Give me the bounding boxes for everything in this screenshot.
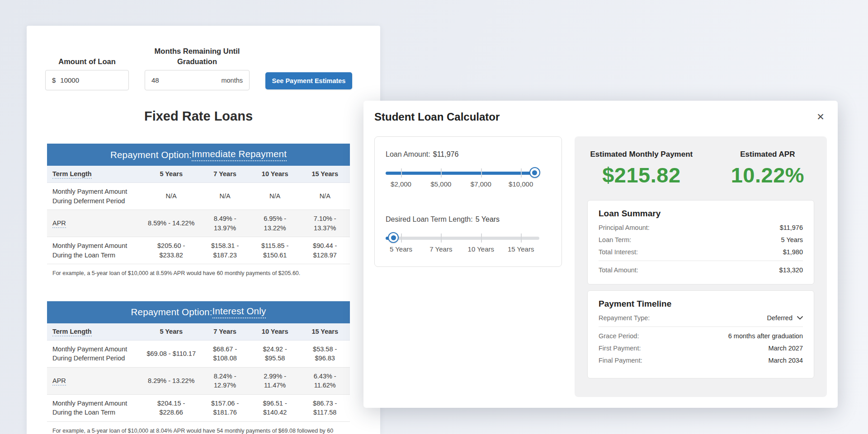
table-column-header-row: Term Length5 Years7 Years10 Years15 Year…: [47, 166, 350, 183]
loan-amount-slider[interactable]: [386, 168, 539, 178]
repayment-type-row: Repayment Type: Deferred: [599, 314, 803, 322]
value-cell: N/A: [300, 188, 350, 204]
value-cell: $24.92 - $95.58: [250, 341, 300, 367]
value-cell: $115.85 - $150.61: [250, 238, 300, 263]
value-cell: $90.44 - $128.97: [300, 238, 350, 263]
column-header: 10 Years: [250, 166, 300, 182]
results-summary: Estimated Monthly Payment $215.82 Estima…: [575, 136, 827, 187]
column-header-term-length: Term Length: [47, 166, 142, 182]
loan-amount-value: 10000: [60, 76, 79, 84]
repayment-type-value: Deferred: [767, 314, 793, 322]
repayment-table: Repayment Option: Interest OnlyTerm Leng…: [47, 301, 350, 434]
value-cell: N/A: [200, 188, 250, 204]
slider-track[interactable]: [386, 172, 539, 175]
detail-value: $1,980: [783, 248, 803, 256]
sliders-card: Loan Amount:$11,976 $2,000$5,000$7,000$1…: [374, 136, 562, 267]
value-cell: 2.99% - 11.47%: [250, 368, 300, 394]
months-remaining-label: Months Remaining Until Graduation: [145, 42, 250, 70]
value-cell: $69.08 - $110.17: [142, 345, 200, 362]
table-footnote: For example, a 5-year loan of $10,000 at…: [47, 270, 350, 278]
table-row: Monthly Payment Amount During Deferment …: [47, 341, 350, 368]
estimated-monthly-payment-value: $215.82: [575, 163, 708, 187]
detail-value: $11,976: [780, 224, 803, 231]
detail-row: Grace Period:6 months after graduation: [599, 332, 803, 340]
page-background: Amount of Loan $ 10000 Months Remaining …: [0, 0, 868, 434]
slider-track[interactable]: [386, 237, 539, 240]
slider-tickmark: [521, 233, 522, 243]
slider-handle[interactable]: [388, 232, 399, 243]
value-cell: $53.58 - $96.83: [300, 341, 350, 367]
repayment-title-prefix: Repayment Option:: [131, 307, 212, 317]
slider-tick-label: $2,000: [391, 180, 411, 188]
detail-row: Loan Term:5 Years: [599, 236, 803, 243]
slider-tickmark: [481, 168, 482, 177]
slider-tick-label: 7 Years: [429, 245, 452, 253]
detail-label: Grace Period:: [599, 332, 639, 340]
chevron-down-icon: [797, 316, 803, 320]
repayment-title-term[interactable]: Interest Only: [212, 306, 266, 318]
value-cell: $158.31 - $187.23: [200, 238, 250, 263]
months-remaining-input[interactable]: 48 months: [145, 70, 250, 90]
table-row: Monthly Payment Amount During the Loan T…: [47, 395, 350, 422]
value-cell: N/A: [250, 188, 300, 204]
detail-row: Principal Amount:$11,976: [599, 224, 803, 231]
detail-row: First Payment:March 2027: [599, 345, 803, 352]
value-cell: 8.29% - 13.22%: [142, 373, 200, 389]
term-length-label[interactable]: Term Length: [52, 328, 92, 336]
slider-fill: [386, 172, 539, 175]
value-cell: 8.24% - 12.97%: [200, 368, 250, 394]
detail-value: 6 months after graduation: [728, 332, 803, 340]
value-cell: $205.60 - $233.82: [142, 238, 200, 263]
row-label-cell: APR: [47, 373, 142, 389]
apr-label[interactable]: APR: [52, 219, 66, 228]
slider-handle[interactable]: [529, 167, 540, 178]
rate-tables-container: Repayment Option: Immediate RepaymentTer…: [47, 144, 350, 434]
payment-timeline-title: Payment Timeline: [599, 299, 803, 309]
divider: [599, 327, 803, 327]
loan-term-slider-ticks: 5 Years7 Years10 Years15 Years: [386, 245, 539, 254]
slider-tick-label: 15 Years: [508, 245, 534, 253]
see-payment-estimates-button[interactable]: See Payment Estimates: [265, 72, 352, 89]
value-cell: 6.95% - 13.22%: [250, 210, 300, 236]
value-cell: 8.59% - 14.22%: [142, 215, 200, 231]
repayment-table: Repayment Option: Immediate RepaymentTer…: [47, 144, 350, 278]
months-remaining-field-group: Months Remaining Until Graduation 48 mon…: [145, 42, 250, 90]
repayment-type-label: Repayment Type:: [599, 314, 650, 322]
repayment-title-term[interactable]: Immediate Repayment: [192, 149, 287, 161]
value-cell: 7.10% - 13.37%: [300, 210, 350, 236]
estimated-monthly-payment-label: Estimated Monthly Payment: [575, 150, 708, 159]
slider-tickmark: [401, 233, 402, 243]
loan-estimates-panel: Amount of Loan $ 10000 Months Remaining …: [27, 26, 380, 434]
table-row: APR8.29% - 13.22%8.24% - 12.97%2.99% - 1…: [47, 368, 350, 395]
detail-label: Loan Term:: [599, 236, 631, 243]
detail-label: Principal Amount:: [599, 224, 650, 231]
term-length-label[interactable]: Term Length: [52, 170, 92, 179]
slider-tickmark: [441, 233, 442, 243]
repayment-table-title: Repayment Option: Interest Only: [47, 301, 350, 323]
repayment-type-select[interactable]: Deferred: [767, 314, 803, 322]
detail-label: First Payment:: [599, 345, 641, 352]
repayment-table-title: Repayment Option: Immediate Repayment: [47, 144, 350, 166]
close-icon[interactable]: ✕: [813, 110, 828, 124]
slider-tickmark: [521, 168, 522, 177]
months-suffix: months: [221, 77, 243, 84]
apr-label[interactable]: APR: [52, 377, 66, 386]
detail-label: Final Payment:: [599, 357, 642, 364]
dollar-prefix: $: [52, 76, 56, 84]
detail-value: 5 Years: [781, 236, 803, 243]
loan-term-slider[interactable]: [386, 233, 539, 243]
divider: [599, 261, 803, 261]
value-cell: 8.49% - 13.97%: [200, 210, 250, 236]
table-column-header-row: Term Length5 Years7 Years10 Years15 Year…: [47, 323, 350, 341]
payment-timeline-card: Payment Timeline Repayment Type: Deferre…: [587, 290, 814, 378]
loan-amount-input[interactable]: $ 10000: [45, 70, 129, 90]
slider-tickmark: [481, 233, 482, 243]
table-row: Monthly Payment Amount During Deferment …: [47, 183, 350, 210]
loan-summary-card: Loan Summary Principal Amount:$11,976Loa…: [587, 200, 814, 285]
row-label-cell: Monthly Payment Amount During Deferment …: [47, 341, 142, 367]
row-label-cell: Monthly Payment Amount During the Loan T…: [47, 238, 142, 263]
table-row: APR8.59% - 14.22%8.49% - 13.97%6.95% - 1…: [47, 210, 350, 237]
row-label-cell: Monthly Payment Amount During the Loan T…: [47, 395, 142, 421]
slider-tick-label: $5,000: [430, 180, 451, 188]
loan-amount-label: Amount of Loan: [45, 42, 129, 70]
